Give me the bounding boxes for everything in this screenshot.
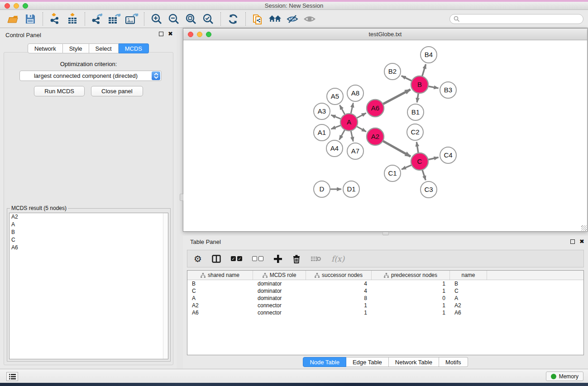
graph-node-C1[interactable]: C1 (384, 165, 401, 181)
export-image-icon[interactable] (123, 11, 140, 27)
table-cell[interactable]: dominator (253, 288, 306, 294)
graph-edge-A-A7[interactable] (351, 130, 354, 142)
network-canvas[interactable]: B4B2BB3B1A5A8A6A3AA1C2A4A7A2C4CC1C3DD1 (184, 40, 587, 231)
network-view-window[interactable]: testGlobe.txt B4B2BB3B1A5A8A6A3AA1C2A4A7… (183, 28, 588, 232)
table-cell[interactable]: A (450, 295, 487, 301)
refresh-icon[interactable] (225, 11, 242, 27)
search-input[interactable] (460, 16, 579, 22)
show-columns-icon[interactable] (212, 255, 221, 263)
column-header-successor-nodes[interactable]: successor nodes (306, 271, 372, 280)
tab-network[interactable]: Network (28, 43, 63, 53)
create-column-plus-icon[interactable] (273, 254, 282, 263)
table-cell[interactable]: 1 (306, 310, 372, 316)
table-cell[interactable]: C (450, 288, 487, 294)
table-cell[interactable]: A2 (450, 302, 487, 309)
graph-node-B4[interactable]: B4 (421, 47, 437, 63)
column-header-predecessor-nodes[interactable]: predecessor nodes (372, 271, 450, 280)
vertical-splitter-handle[interactable] (180, 194, 183, 201)
import-table-icon[interactable] (64, 11, 81, 27)
scrollbar-track[interactable] (163, 213, 168, 359)
graph-node-C4[interactable]: C4 (440, 147, 456, 163)
float-panel-icon[interactable] (159, 32, 163, 36)
table-row[interactable]: A6connector11A6 (187, 309, 583, 316)
mcds-result-item[interactable]: B (10, 229, 168, 236)
hide-panel-eye-icon[interactable] (284, 11, 301, 27)
table-cell[interactable]: connector (253, 302, 306, 309)
graph-edge-B-B3[interactable] (427, 86, 439, 88)
graph-node-C3[interactable]: C3 (421, 181, 437, 198)
open-file-icon[interactable] (5, 11, 22, 27)
tab-network-table[interactable]: Network Table (389, 357, 439, 367)
table-cell[interactable]: 1 (372, 302, 450, 309)
column-header-name[interactable]: name (450, 271, 487, 280)
window-resize-grip[interactable] (581, 225, 587, 231)
graph-edge-B-B4[interactable] (422, 64, 426, 77)
table-cell[interactable]: B (450, 281, 487, 287)
mcds-result-item[interactable]: C (10, 236, 168, 244)
table-cell[interactable]: dominator (253, 281, 306, 287)
graph-node-A8[interactable]: A8 (347, 85, 363, 101)
graph-node-B[interactable]: B (411, 76, 428, 93)
table-row[interactable]: Cdominator41C (187, 287, 583, 295)
close-panel-icon[interactable]: ✖ (579, 239, 584, 244)
close-panel-button[interactable]: Close panel (91, 86, 143, 96)
graph-edge-A-A4[interactable] (339, 129, 345, 140)
graph-node-A1[interactable]: A1 (314, 124, 330, 141)
tab-node-table[interactable]: Node Table (303, 357, 346, 367)
table-settings-gear-icon[interactable]: ⚙ (194, 254, 202, 263)
export-table-icon[interactable] (106, 11, 123, 27)
delete-column-trash-icon[interactable] (292, 254, 301, 263)
zoom-in-icon[interactable] (148, 11, 165, 27)
table-cell[interactable]: 8 (306, 295, 372, 301)
graph-edge-B-B1[interactable] (417, 92, 418, 102)
graph-node-B1[interactable]: B1 (407, 104, 424, 120)
column-header-MCDS-role[interactable]: MCDS role (253, 271, 306, 280)
table-cell[interactable]: connector (253, 310, 306, 316)
network-window-titlebar[interactable]: testGlobe.txt (183, 29, 587, 40)
float-panel-icon[interactable] (570, 239, 575, 244)
table-cell[interactable]: 1 (372, 310, 450, 316)
graph-edge-A2-C[interactable] (382, 140, 411, 156)
graph-node-A3[interactable]: A3 (314, 103, 330, 119)
graph-edge-C-C3[interactable] (422, 169, 425, 180)
graph-node-B3[interactable]: B3 (440, 82, 456, 98)
table-cell[interactable]: A6 (450, 310, 487, 316)
graph-edge-A-A6[interactable] (356, 113, 366, 119)
tab-motifs[interactable]: Motifs (439, 357, 468, 367)
graph-node-A4[interactable]: A4 (326, 140, 343, 157)
graph-edge-A6-B[interactable] (382, 90, 411, 105)
mcds-result-item[interactable]: A (10, 221, 168, 229)
export-network-icon[interactable] (89, 11, 106, 27)
graph-edge-A-A8[interactable] (351, 103, 354, 114)
table-cell[interactable]: dominator (253, 295, 306, 301)
task-history-button[interactable] (6, 372, 18, 381)
table-cell[interactable]: 0 (372, 295, 450, 301)
table-cell[interactable]: B (187, 281, 253, 287)
graph-edge-C-C1[interactable] (402, 165, 412, 169)
graph-node-A5[interactable]: A5 (327, 88, 343, 105)
mcds-result-list[interactable]: A2ABCA6 (9, 213, 168, 359)
graph-node-A7[interactable]: A7 (347, 143, 363, 159)
graph-node-B2[interactable]: B2 (384, 63, 401, 80)
column-header-shared-name[interactable]: shared name (187, 271, 253, 280)
graph-node-C[interactable]: C (411, 153, 428, 170)
table-cell[interactable]: 4 (306, 281, 372, 287)
graph-edge-C-C4[interactable] (427, 157, 439, 160)
optimization-criterion-select[interactable]: largest connected component (directed) (19, 71, 162, 81)
zoom-selected-icon[interactable] (200, 11, 217, 27)
table-cell[interactable]: A2 (187, 302, 253, 309)
save-session-icon[interactable] (22, 11, 39, 27)
tab-mcds[interactable]: MCDS (119, 43, 149, 53)
deselect-all-columns-icon[interactable] (252, 256, 263, 261)
graph-edge-A-A2[interactable] (356, 126, 366, 132)
delete-table-icon[interactable] (311, 255, 321, 262)
graph-edge-C-C2[interactable] (416, 142, 418, 154)
table-row[interactable]: Bdominator41B (187, 280, 583, 287)
table-row[interactable]: A2connector11A2 (187, 302, 583, 309)
graph-node-A[interactable]: A (340, 114, 358, 131)
table-cell[interactable]: A6 (187, 310, 253, 316)
zoom-out-icon[interactable] (165, 11, 182, 27)
app-titlebar[interactable]: Session: New Session (0, 2, 588, 10)
table-cell[interactable]: 1 (372, 288, 450, 294)
table-row[interactable]: Adominator80A (187, 295, 583, 302)
